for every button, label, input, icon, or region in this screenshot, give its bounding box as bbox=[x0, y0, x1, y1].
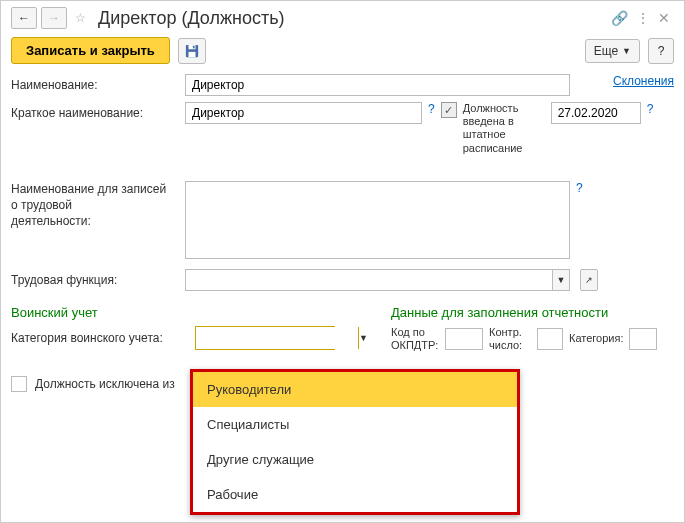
save-button[interactable] bbox=[178, 38, 206, 64]
svg-rect-2 bbox=[188, 51, 195, 56]
labor-name-textarea[interactable] bbox=[185, 181, 570, 259]
military-category-label: Категория воинского учета: bbox=[11, 331, 189, 345]
arrow-left-icon: ← bbox=[18, 11, 30, 25]
more-menu-icon[interactable]: ⋮ bbox=[636, 10, 650, 26]
military-section-header: Воинский учет bbox=[11, 305, 371, 320]
labor-function-label: Трудовая функция: bbox=[11, 269, 179, 287]
short-name-input[interactable] bbox=[185, 102, 422, 124]
chevron-down-icon: ▼ bbox=[622, 46, 631, 56]
dropdown-option[interactable]: Рабочие bbox=[193, 477, 517, 512]
window-title: Директор (Должность) bbox=[98, 8, 607, 29]
dropdown-option[interactable]: Руководители bbox=[193, 372, 517, 407]
date-help[interactable]: ? bbox=[647, 102, 654, 116]
staff-label: Должность введена в штатное расписание bbox=[463, 102, 545, 155]
link-icon[interactable]: 🔗 bbox=[611, 10, 628, 26]
okpdtr-input[interactable] bbox=[445, 328, 483, 350]
excluded-checkbox[interactable] bbox=[11, 376, 27, 392]
chevron-down-icon: ▼ bbox=[359, 333, 368, 343]
labor-name-label: Наименование для записей о трудовой деят… bbox=[11, 181, 179, 230]
open-icon: ↗ bbox=[585, 275, 593, 285]
more-label: Еще bbox=[594, 44, 618, 58]
report-section-header: Данные для заполнения отчетности bbox=[391, 305, 674, 320]
excluded-label: Должность исключена из bbox=[35, 377, 175, 391]
labor-name-help[interactable]: ? bbox=[576, 181, 583, 195]
arrow-right-icon: → bbox=[48, 11, 60, 25]
category-input[interactable] bbox=[629, 328, 657, 350]
control-num-label: Контр. число: bbox=[489, 326, 531, 352]
labor-function-input[interactable] bbox=[185, 269, 552, 291]
short-name-label: Краткое наименование: bbox=[11, 102, 179, 120]
help-label: ? bbox=[658, 44, 665, 58]
category-label: Категория: bbox=[569, 332, 623, 345]
okpdtr-label: Код по ОКПДТР: bbox=[391, 326, 439, 352]
labor-function-dropdown-button[interactable]: ▼ bbox=[552, 269, 570, 291]
military-category-field[interactable]: ▼ bbox=[195, 326, 335, 350]
name-input[interactable] bbox=[185, 74, 570, 96]
nav-back-button[interactable]: ← bbox=[11, 7, 37, 29]
help-button[interactable]: ? bbox=[648, 38, 674, 64]
floppy-icon bbox=[185, 44, 199, 58]
nav-forward-button[interactable]: → bbox=[41, 7, 67, 29]
short-name-help[interactable]: ? bbox=[428, 102, 435, 116]
declensions-link[interactable]: Склонения bbox=[613, 74, 674, 88]
svg-rect-3 bbox=[193, 45, 195, 48]
dropdown-option[interactable]: Специалисты bbox=[193, 407, 517, 442]
labor-function-open-button[interactable]: ↗ bbox=[580, 269, 598, 291]
control-num-input[interactable] bbox=[537, 328, 563, 350]
military-category-dropdown-button[interactable]: ▼ bbox=[358, 327, 368, 349]
more-button[interactable]: Еще ▼ bbox=[585, 39, 640, 63]
military-category-dropdown-list: Руководители Специалисты Другие служащие… bbox=[190, 369, 520, 515]
name-label: Наименование: bbox=[11, 74, 179, 92]
staff-checkbox[interactable]: ✓ bbox=[441, 102, 457, 118]
star-icon[interactable]: ☆ bbox=[75, 11, 86, 25]
date-input[interactable] bbox=[551, 102, 641, 124]
chevron-down-icon: ▼ bbox=[557, 275, 566, 285]
write-and-close-button[interactable]: Записать и закрыть bbox=[11, 37, 170, 64]
close-icon[interactable]: ✕ bbox=[658, 10, 670, 26]
military-category-input[interactable] bbox=[196, 327, 358, 349]
dropdown-option[interactable]: Другие служащие bbox=[193, 442, 517, 477]
